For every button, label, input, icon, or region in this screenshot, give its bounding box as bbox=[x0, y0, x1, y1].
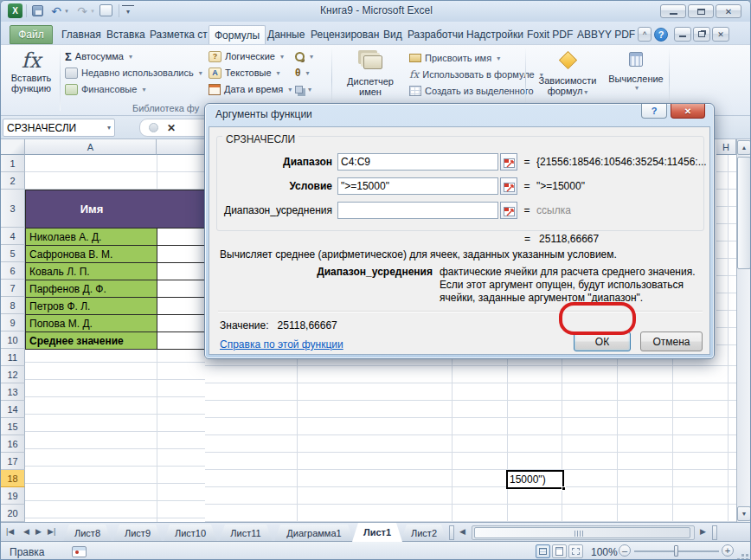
range-picker-button[interactable] bbox=[500, 202, 517, 219]
range-picker-button[interactable] bbox=[500, 177, 517, 195]
tab-insert[interactable]: Вставка bbox=[101, 25, 151, 44]
logical-button[interactable]: ? Логические▾ bbox=[209, 48, 284, 64]
criteria-input[interactable] bbox=[337, 177, 498, 195]
recent-functions-button[interactable]: Недавно использовались▾ bbox=[65, 65, 202, 80]
select-all-corner[interactable] bbox=[1, 139, 25, 155]
macro-record-button[interactable] bbox=[72, 546, 87, 557]
name-manager-button[interactable]: Диспетчер имен bbox=[338, 50, 402, 97]
financial-button[interactable]: Финансовые▾ bbox=[65, 81, 145, 97]
help-button[interactable]: ? bbox=[654, 28, 668, 42]
table-header-cell[interactable]: Имя bbox=[25, 190, 206, 229]
lookup-reference-button[interactable]: ▾ bbox=[295, 48, 313, 64]
row-header[interactable]: 12 bbox=[1, 366, 25, 383]
column-header-h[interactable]: H bbox=[716, 139, 736, 155]
row-header[interactable]: 6 bbox=[1, 262, 25, 280]
cancel-formula-button[interactable]: ✕ bbox=[167, 122, 176, 134]
sheet-tab-active[interactable]: Лист1 bbox=[352, 523, 402, 542]
define-name-button[interactable]: Присвоить имя▾ bbox=[409, 50, 500, 66]
math-trig-button[interactable]: θ ▾ bbox=[295, 65, 310, 80]
sheet-tab[interactable]: Лист10 bbox=[164, 525, 217, 542]
formula-auditing-button[interactable]: Зависимости формул▾ bbox=[530, 48, 605, 96]
cell-name[interactable]: Николаев А. Д. bbox=[25, 228, 157, 246]
sheet-tab[interactable]: Лист2 bbox=[401, 525, 447, 542]
sheet-tab[interactable]: Лист11 bbox=[219, 525, 273, 542]
save-icon[interactable] bbox=[32, 5, 43, 16]
last-sheet-button[interactable]: ▶| bbox=[48, 527, 55, 536]
range-input[interactable] bbox=[337, 153, 498, 171]
cell-b[interactable] bbox=[157, 262, 206, 280]
autosum-button[interactable]: Σ Автосумма▾ bbox=[65, 48, 132, 64]
cell-b[interactable] bbox=[157, 314, 206, 332]
function-help-link[interactable]: Справка по этой функции bbox=[220, 338, 343, 351]
use-in-formula-button[interactable]: fx Использовать в формуле▾ bbox=[409, 67, 543, 82]
cell-name[interactable]: Парфенов Д. Ф. bbox=[25, 280, 157, 298]
hscroll-right-button[interactable]: ▶ bbox=[700, 527, 706, 536]
column-header-a[interactable]: A bbox=[25, 139, 157, 155]
workbook-restore-button[interactable] bbox=[693, 27, 710, 42]
cell-b[interactable] bbox=[157, 228, 206, 246]
cancel-button[interactable]: Отмена bbox=[640, 331, 703, 351]
scroll-up-button[interactable]: ▲ bbox=[737, 140, 751, 155]
tab-foxit[interactable]: Foxit PDF bbox=[522, 25, 578, 44]
calculation-button[interactable]: Вычисление ▾ bbox=[607, 48, 665, 92]
undo-dropdown[interactable]: ▾ bbox=[63, 8, 70, 15]
cell-b[interactable] bbox=[157, 280, 206, 298]
tab-data[interactable]: Данные bbox=[262, 25, 310, 44]
row-header[interactable]: 20 bbox=[1, 505, 25, 522]
maximize-button[interactable] bbox=[688, 4, 714, 18]
minimize-button[interactable] bbox=[660, 4, 686, 18]
row-header[interactable]: 3 bbox=[1, 190, 25, 228]
row-header[interactable]: 16 bbox=[1, 435, 25, 453]
row-header[interactable]: 13 bbox=[1, 383, 25, 401]
tab-formulas[interactable]: Формулы bbox=[209, 25, 266, 44]
row-header[interactable]: 9 bbox=[1, 314, 25, 331]
close-button[interactable]: ✕ bbox=[716, 4, 741, 18]
redo-dropdown[interactable]: ▾ bbox=[89, 8, 96, 15]
date-time-button[interactable]: Дата и время▾ bbox=[209, 81, 292, 97]
row-header[interactable]: 5 bbox=[1, 245, 25, 262]
tab-review[interactable]: Рецензирован bbox=[305, 25, 384, 44]
cell-name[interactable]: Сафронова В. М. bbox=[25, 245, 157, 263]
active-cell-edit[interactable]: 15000") bbox=[506, 470, 564, 489]
insert-function-button[interactable]: fx Вставить функцию bbox=[6, 48, 56, 93]
tab-file[interactable]: Файл bbox=[10, 25, 53, 44]
name-box[interactable]: СРЗНАЧЕСЛИ ▾ bbox=[3, 119, 115, 137]
row-header[interactable]: 7 bbox=[1, 280, 25, 297]
zoom-out-button[interactable]: – bbox=[619, 544, 631, 557]
redo-button[interactable]: ↷ bbox=[75, 3, 89, 18]
scroll-down-button[interactable]: ▼ bbox=[737, 506, 751, 521]
horizontal-scroll-track[interactable] bbox=[472, 525, 695, 540]
tab-home[interactable]: Главная bbox=[56, 25, 106, 44]
row-header[interactable]: 1 bbox=[1, 155, 25, 172]
cell-b[interactable] bbox=[157, 245, 206, 263]
sheet-tab[interactable]: Лист9 bbox=[113, 525, 162, 542]
average-range-input[interactable] bbox=[337, 202, 498, 219]
view-normal-button[interactable] bbox=[536, 544, 550, 558]
row-header[interactable]: 19 bbox=[1, 487, 25, 505]
create-from-selection-button[interactable]: Создать из выделенного bbox=[409, 83, 534, 99]
more-functions-button[interactable]: ▾ bbox=[295, 81, 311, 97]
cell-b[interactable] bbox=[157, 331, 206, 350]
first-sheet-button[interactable]: |◀ bbox=[6, 527, 14, 536]
zoom-level[interactable]: 100% bbox=[591, 546, 618, 558]
tab-split-handle[interactable] bbox=[449, 525, 454, 540]
row-header[interactable]: 2 bbox=[1, 172, 25, 190]
tab-addins[interactable]: Надстройки bbox=[461, 25, 529, 44]
text-functions-button[interactable]: A Текстовые▾ bbox=[209, 65, 280, 80]
row-header[interactable]: 8 bbox=[1, 297, 25, 314]
cell-name[interactable]: Коваль Л. П. bbox=[25, 262, 157, 280]
row-header[interactable]: 15 bbox=[1, 418, 25, 435]
row-header[interactable]: 10 bbox=[1, 331, 25, 349]
dialog-close-button[interactable]: ✕ bbox=[671, 104, 705, 119]
fill-handle[interactable] bbox=[562, 486, 566, 491]
undo-button[interactable]: ↶ bbox=[49, 3, 63, 18]
collapse-ribbon-button[interactable]: ^ bbox=[638, 27, 652, 42]
sheet-tab[interactable]: Лист8 bbox=[63, 525, 112, 542]
zoom-slider-thumb[interactable] bbox=[674, 545, 678, 557]
resize-grip[interactable] bbox=[741, 554, 744, 557]
horizontal-scroll-thumb[interactable] bbox=[474, 527, 690, 538]
cell-footer[interactable]: Среднее значение bbox=[25, 331, 157, 350]
column-header-b-partial[interactable] bbox=[157, 139, 205, 155]
next-sheet-button[interactable]: ▶ bbox=[35, 527, 42, 536]
vertical-scroll-thumb[interactable] bbox=[737, 157, 751, 269]
